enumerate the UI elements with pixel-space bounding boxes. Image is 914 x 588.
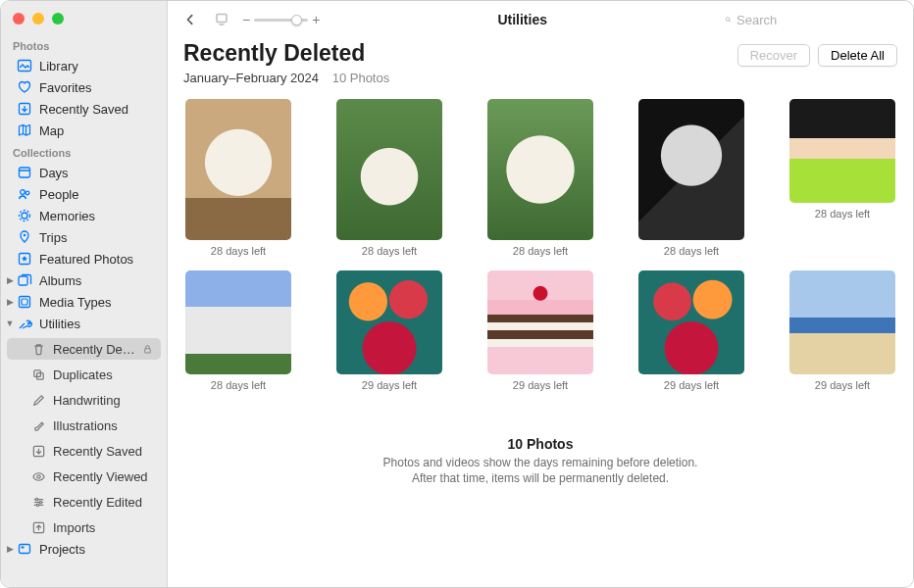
sidebar-item-memories[interactable]: Memories [7, 205, 161, 226]
import-icon [30, 519, 46, 535]
sidebar-item-featured-photos[interactable]: Featured Photos [7, 248, 161, 270]
photo-cell[interactable]: 29 days left [334, 270, 444, 391]
photo-cell[interactable]: 28 days left [183, 270, 293, 391]
chevron-down-icon[interactable]: ▼ [5, 318, 15, 328]
svg-rect-21 [20, 545, 30, 554]
sidebar-item-recently-viewed[interactable]: Recently Viewed [7, 466, 161, 487]
photo-thumbnail[interactable] [336, 99, 442, 240]
sidebar-item-recently-edited[interactable]: Recently Edited [7, 491, 161, 513]
delete-all-button[interactable]: Delete All [818, 44, 897, 67]
sidebar-item-utilities[interactable]: ▼ Utilities [7, 313, 161, 334]
calendar-icon [17, 165, 32, 180]
svg-rect-22 [22, 547, 25, 549]
sidebar-section-collections: Collections [1, 141, 167, 162]
minimize-window-button[interactable] [32, 13, 44, 24]
svg-point-7 [24, 234, 26, 237]
search-box[interactable] [725, 13, 901, 27]
fullscreen-window-button[interactable] [52, 13, 64, 24]
photo-cell[interactable]: 28 days left [636, 99, 746, 257]
photo-count: 10 Photos [332, 71, 390, 85]
aspect-button[interactable] [211, 9, 232, 30]
sidebar-item-albums[interactable]: ▶ Albums [7, 270, 161, 291]
eye-icon [30, 468, 46, 484]
days-left-label: 29 days left [815, 379, 870, 391]
page-title: Recently Deleted [183, 40, 737, 67]
photo-cell[interactable]: 28 days left [183, 99, 293, 257]
sidebar-item-map[interactable]: Map [7, 120, 161, 141]
photo-thumbnail[interactable] [789, 99, 895, 203]
days-left-label: 28 days left [211, 379, 266, 391]
photo-cell[interactable]: 28 days left [334, 99, 444, 257]
photo-cell[interactable]: 29 days left [787, 270, 897, 391]
sidebar-item-duplicates[interactable]: Duplicates [7, 364, 161, 385]
photo-cell[interactable]: 28 days left [485, 99, 595, 257]
chevron-right-icon[interactable]: ▶ [5, 275, 15, 285]
recover-button[interactable]: Recover [737, 44, 810, 67]
sidebar-item-trips[interactable]: Trips [7, 226, 161, 248]
svg-point-16 [36, 474, 39, 477]
svg-rect-2 [20, 168, 30, 177]
days-left-label: 28 days left [815, 208, 870, 220]
memories-icon [17, 208, 32, 223]
sidebar-item-recently-saved[interactable]: Recently Saved [7, 98, 161, 120]
sidebar-item-handwriting[interactable]: Handwriting [7, 389, 161, 411]
sidebar-item-imports[interactable]: Imports [7, 516, 161, 538]
search-icon [725, 13, 732, 26]
toolbar: − + Utilities [168, 1, 913, 38]
sidebar-item-label: Handwriting [53, 393, 153, 408]
days-left-label: 29 days left [362, 379, 417, 391]
sidebar-section-photos: Photos [1, 34, 167, 55]
search-input[interactable] [736, 13, 901, 27]
footer: 10 Photos Photos and videos show the day… [168, 436, 913, 506]
sidebar-item-illustrations[interactable]: Illustrations [7, 415, 161, 436]
sidebar-item-days[interactable]: Days [7, 162, 161, 183]
photo-cell[interactable]: 29 days left [485, 270, 595, 391]
photo-thumbnail[interactable] [185, 99, 291, 240]
photo-thumbnail[interactable] [487, 99, 593, 240]
zoom-slider[interactable]: − + [242, 12, 320, 27]
trash-icon [30, 341, 46, 357]
photo-thumbnail[interactable] [336, 270, 442, 374]
sidebar-item-label: Illustrations [53, 418, 153, 433]
sidebar-item-library[interactable]: Library [7, 55, 161, 76]
zoom-knob[interactable] [291, 15, 302, 25]
photo-cell[interactable]: 28 days left [787, 99, 897, 257]
sidebar-item-media-types[interactable]: ▶ Media Types [7, 291, 161, 313]
photo-cell[interactable]: 29 days left [636, 270, 746, 391]
library-icon [17, 58, 32, 74]
pin-icon [17, 229, 32, 245]
chevron-right-icon[interactable]: ▶ [5, 297, 15, 307]
days-left-label: 28 days left [362, 245, 417, 257]
svg-rect-0 [19, 61, 31, 72]
sidebar-item-people[interactable]: People [7, 183, 161, 205]
photo-thumbnail[interactable] [638, 99, 744, 240]
chevron-right-icon[interactable]: ▶ [5, 544, 15, 554]
days-left-label: 28 days left [664, 245, 719, 257]
photo-thumbnail[interactable] [789, 270, 895, 374]
days-left-label: 28 days left [513, 245, 568, 257]
star-square-icon [17, 251, 32, 267]
zoom-in-icon: + [312, 12, 320, 27]
svg-point-4 [25, 191, 29, 195]
footer-line2: After that time, items will be permanent… [412, 471, 669, 485]
back-button[interactable] [179, 9, 201, 30]
duplicates-icon [30, 367, 46, 382]
svg-point-17 [35, 498, 37, 500]
sidebar-item-label: Media Types [39, 295, 153, 310]
sidebar-item-label: Favorites [39, 80, 153, 95]
zoom-track[interactable] [254, 19, 308, 22]
svg-rect-9 [19, 276, 27, 285]
sidebar-item-label: Duplicates [53, 368, 153, 382]
sidebar-item-recently-saved-util[interactable]: Recently Saved [7, 440, 161, 462]
toolbar-title: Utilities [330, 12, 715, 27]
svg-rect-12 [145, 348, 151, 352]
close-window-button[interactable] [13, 13, 25, 24]
photo-thumbnail[interactable] [185, 270, 291, 374]
sidebar-item-recently-deleted[interactable]: Recently Delet… [7, 338, 161, 360]
photo-thumbnail[interactable] [638, 270, 744, 374]
brush-icon [30, 417, 46, 433]
photo-thumbnail[interactable] [487, 270, 593, 374]
sidebar-item-favorites[interactable]: Favorites [7, 76, 161, 98]
sidebar-item-projects[interactable]: ▶ Projects [7, 538, 161, 560]
utilities-icon [17, 316, 32, 331]
